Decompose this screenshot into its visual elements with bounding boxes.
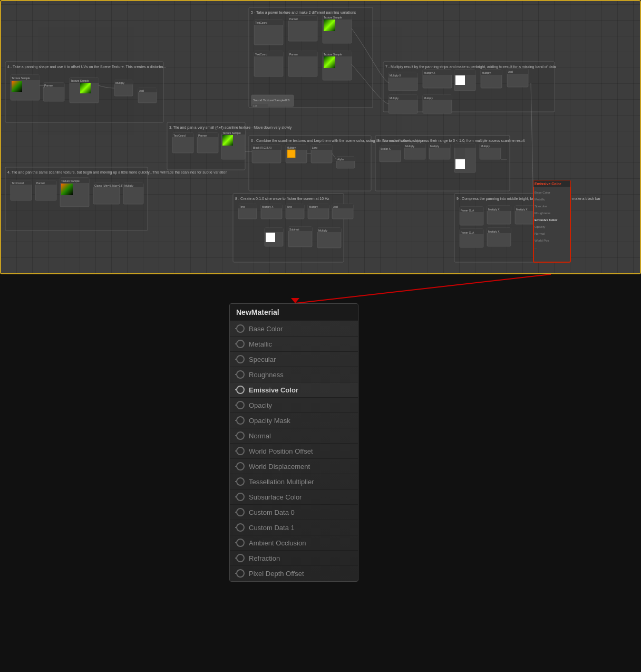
svg-rect-138 <box>286 204 304 208</box>
svg-text:TextCoord: TextCoord <box>255 53 267 56</box>
item-label-15: Refraction <box>249 554 280 562</box>
material-panel: NewMaterial Base ColorMetallicSpecularRo… <box>229 303 358 582</box>
panel-item-4[interactable]: Emissive Color <box>230 382 358 398</box>
svg-rect-119 <box>35 180 56 185</box>
panel-item-10[interactable]: Tessellation Multiplier <box>230 474 358 489</box>
svg-rect-122 <box>60 178 89 183</box>
svg-text:Multiply: Multiply <box>481 145 490 148</box>
svg-rect-29 <box>114 80 133 96</box>
item-label-0: Base Color <box>249 325 283 333</box>
svg-rect-152 <box>317 228 341 248</box>
svg-rect-97 <box>336 157 355 161</box>
svg-rect-90 <box>286 145 307 150</box>
pin-icon-10 <box>236 477 245 486</box>
item-label-3: Roughness <box>249 371 284 379</box>
panel-item-3[interactable]: Roughness <box>230 367 358 382</box>
item-label-8: World Position Offset <box>249 447 313 455</box>
svg-rect-38 <box>288 16 317 41</box>
svg-rect-51 <box>323 51 352 80</box>
item-label-7: Normal <box>249 432 271 440</box>
svg-text:Power G, A: Power G, A <box>461 231 474 234</box>
svg-rect-21 <box>12 81 22 92</box>
panel-item-1[interactable]: Metallic <box>230 337 358 352</box>
svg-rect-85 <box>222 135 233 146</box>
svg-rect-2 <box>249 7 373 108</box>
svg-text:Scalar X: Scalar X <box>381 147 391 150</box>
panel-item-16[interactable]: Pixel Depth Offset <box>230 566 358 581</box>
svg-rect-16 <box>454 194 552 262</box>
svg-text:9 - Compress the panning into : 9 - Compress the panning into middle bri… <box>457 197 601 201</box>
svg-rect-144 <box>332 204 353 208</box>
svg-text:Texture Sample: Texture Sample <box>71 79 89 82</box>
svg-text:Multiply X: Multiply X <box>390 74 401 77</box>
pin-icon-4 <box>236 386 245 394</box>
svg-rect-92 <box>287 150 295 158</box>
panel-item-2[interactable]: Specular <box>230 352 358 367</box>
item-label-16: Pixel Depth Offset <box>249 570 304 578</box>
svg-rect-129 <box>123 183 143 187</box>
svg-rect-110 <box>455 148 465 158</box>
svg-text:5 - Take a power texture and m: 5 - Take a power texture and make 2 diff… <box>251 11 356 15</box>
svg-text:Metallic: Metallic <box>535 198 545 201</box>
svg-text:Texture Sample: Texture Sample <box>222 131 241 135</box>
svg-rect-159 <box>487 206 511 211</box>
svg-text:Texture Sample: Texture Sample <box>324 53 342 56</box>
panel-item-13[interactable]: Custom Data 1 <box>230 520 358 535</box>
svg-rect-121 <box>60 178 89 207</box>
svg-rect-100 <box>380 146 401 150</box>
svg-rect-147 <box>265 228 283 232</box>
item-label-14: Ambient Occlusion <box>249 539 306 547</box>
bottom-area: NewMaterial Base ColorMetallicSpecularRo… <box>0 274 641 672</box>
panel-item-15[interactable]: Refraction <box>230 551 358 566</box>
panel-item-9[interactable]: World Displacement <box>230 459 358 474</box>
item-label-2: Specular <box>249 356 276 363</box>
svg-text:Normal: Normal <box>535 232 545 235</box>
svg-rect-63 <box>455 75 465 85</box>
svg-text:Lerp: Lerp <box>312 146 317 149</box>
panel-item-6[interactable]: Opacity Mask <box>230 413 358 428</box>
svg-rect-73 <box>423 95 452 113</box>
panel-item-0[interactable]: Base Color <box>230 321 358 337</box>
svg-text:Power G, A: Power G, A <box>461 209 474 212</box>
panel-item-11[interactable]: Subsurface Color <box>230 489 358 505</box>
panel-item-7[interactable]: Normal <box>230 428 358 444</box>
svg-rect-74 <box>423 95 452 100</box>
svg-rect-162 <box>515 206 539 211</box>
svg-rect-83 <box>221 130 245 135</box>
svg-rect-99 <box>380 146 401 162</box>
panel-item-12[interactable]: Custom Data 0 <box>230 505 358 520</box>
svg-text:Roughness: Roughness <box>535 212 550 215</box>
svg-rect-26 <box>70 78 99 83</box>
svg-rect-171 <box>533 180 570 187</box>
svg-rect-164 <box>460 229 483 247</box>
svg-text:Add: Add <box>508 70 513 73</box>
svg-text:Emissive Color: Emissive Color <box>535 218 558 222</box>
pin-icon-1 <box>236 340 245 348</box>
svg-rect-161 <box>515 206 539 224</box>
svg-rect-105 <box>429 143 450 159</box>
svg-rect-132 <box>238 204 257 208</box>
svg-rect-33 <box>138 88 157 92</box>
svg-rect-18 <box>11 75 40 100</box>
svg-text:Panner: Panner <box>198 134 207 137</box>
svg-rect-76 <box>172 133 193 153</box>
svg-rect-108 <box>454 143 475 172</box>
node-graph[interactable]: 4 - Take a panning shape and use it to o… <box>0 0 641 274</box>
svg-rect-167 <box>487 228 511 246</box>
svg-text:TextCoord: TextCoord <box>12 181 24 185</box>
svg-text:Texture Sample: Texture Sample <box>61 179 80 183</box>
svg-text:...: ... <box>535 246 537 249</box>
svg-rect-128 <box>123 183 143 204</box>
svg-text:Texture Sample: Texture Sample <box>12 76 30 80</box>
svg-rect-6 <box>167 122 245 170</box>
svg-rect-96 <box>336 157 355 168</box>
svg-rect-115 <box>11 180 32 200</box>
pin-icon-6 <box>236 416 245 425</box>
panel-item-8[interactable]: World Position Offset <box>230 444 358 459</box>
svg-text:Multiply: Multiply <box>405 145 414 148</box>
panel-item-14[interactable]: Ambient Occlusion <box>230 535 358 551</box>
panel-item-5[interactable]: Opacity <box>230 398 358 413</box>
svg-rect-103 <box>404 143 425 148</box>
svg-rect-54 <box>324 56 335 68</box>
svg-rect-80 <box>197 133 218 137</box>
